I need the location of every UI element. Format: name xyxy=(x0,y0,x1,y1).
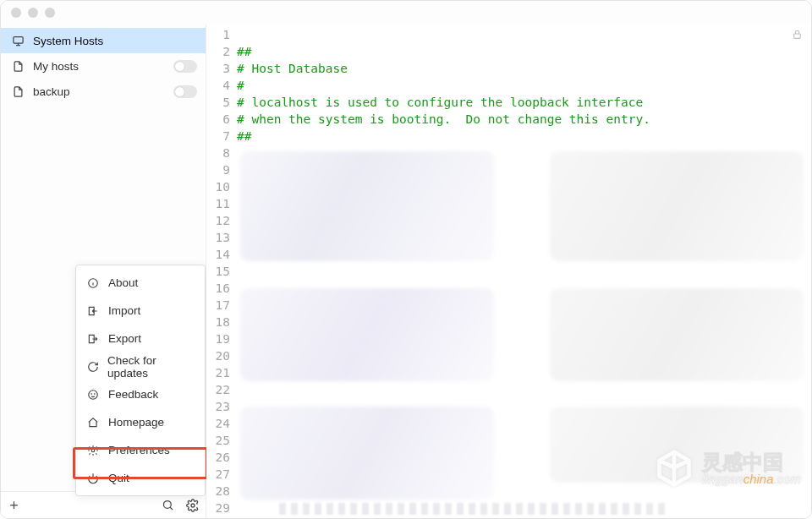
code-lines: ### Host Database## localhost is used to… xyxy=(237,26,811,518)
feedback-icon xyxy=(86,388,100,402)
close-window-button[interactable] xyxy=(11,8,21,18)
svg-point-2 xyxy=(191,504,195,507)
file-icon xyxy=(11,85,25,98)
sidebar-item-backup[interactable]: backup xyxy=(1,79,206,104)
menu-check-updates[interactable]: Check for updates xyxy=(76,352,205,380)
line-gutter: 1234567891011121314151617181920212223242… xyxy=(206,26,237,518)
redacted-block xyxy=(240,288,494,381)
menu-homepage[interactable]: Homepage xyxy=(76,408,205,436)
svg-point-4 xyxy=(89,390,98,399)
menu-label: Export xyxy=(108,332,141,345)
file-icon xyxy=(11,59,25,73)
sidebar-item-label: My hosts xyxy=(33,60,173,73)
sidebar-item-label: System Hosts xyxy=(33,35,197,47)
menu-quit[interactable]: Quit xyxy=(76,464,205,492)
import-icon xyxy=(86,304,100,318)
sidebar-item-label: backup xyxy=(33,85,173,98)
window-controls xyxy=(11,8,55,18)
menu-label: Preferences xyxy=(108,444,170,456)
refresh-icon xyxy=(86,360,99,374)
menu-label: Quit xyxy=(108,472,129,484)
redacted-block xyxy=(550,288,804,381)
titlebar xyxy=(1,1,811,25)
app-window: System Hosts My hosts xyxy=(0,0,812,519)
home-icon xyxy=(86,416,100,429)
svg-rect-0 xyxy=(13,36,22,43)
info-icon xyxy=(86,276,100,290)
svg-point-6 xyxy=(94,393,95,394)
menu-about[interactable]: About xyxy=(76,269,205,297)
code-editor[interactable]: 1234567891011121314151617181920212223242… xyxy=(206,25,811,518)
editor-pane: 1234567891011121314151617181920212223242… xyxy=(206,25,811,518)
toggle-switch[interactable] xyxy=(173,85,197,98)
menu-preferences[interactable]: Preferences xyxy=(76,436,205,464)
redacted-block xyxy=(240,407,494,500)
menu-label: Homepage xyxy=(108,416,164,429)
gear-icon xyxy=(86,444,100,457)
sidebar: System Hosts My hosts xyxy=(1,25,206,518)
monitor-icon xyxy=(11,34,25,47)
menu-label: About xyxy=(108,276,138,289)
power-icon xyxy=(86,472,100,485)
redacted-block xyxy=(240,151,494,261)
redacted-block xyxy=(550,407,804,483)
settings-context-menu: About Import Export xyxy=(75,265,206,496)
add-button[interactable] xyxy=(1,492,26,518)
export-icon xyxy=(86,332,100,346)
redacted-block xyxy=(279,503,668,515)
menu-export[interactable]: Export xyxy=(76,325,205,352)
svg-point-5 xyxy=(91,393,92,394)
menu-feedback[interactable]: Feedback xyxy=(76,380,205,408)
sidebar-item-my-hosts[interactable]: My hosts xyxy=(1,53,206,79)
menu-label: Feedback xyxy=(108,388,158,401)
menu-label: Import xyxy=(108,304,140,317)
redacted-block xyxy=(550,151,804,261)
menu-label: Check for updates xyxy=(107,354,195,380)
svg-point-1 xyxy=(163,501,171,509)
menu-import[interactable]: Import xyxy=(76,297,205,325)
sidebar-item-system-hosts[interactable]: System Hosts xyxy=(1,28,206,53)
svg-point-7 xyxy=(91,449,95,452)
zoom-window-button[interactable] xyxy=(45,8,55,18)
toggle-switch[interactable] xyxy=(173,60,197,73)
minimize-window-button[interactable] xyxy=(28,8,38,18)
